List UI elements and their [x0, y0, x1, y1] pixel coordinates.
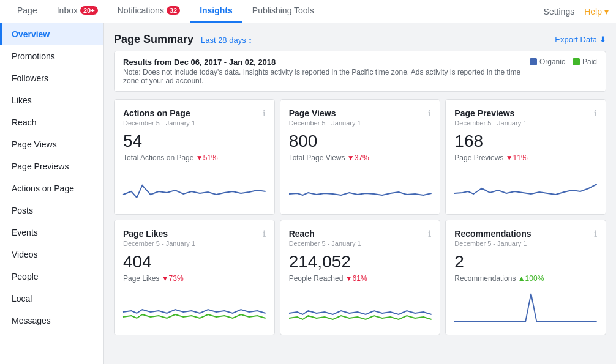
sidebar-item-page-previews[interactable]: Page Previews [0, 155, 103, 177]
card-header-page-previews: Page Previews ℹ [454, 108, 597, 118]
sidebar-label-likes: Likes [12, 95, 32, 105]
chart-page-views [289, 167, 432, 204]
date-chevron-icon: ↕ [248, 35, 252, 45]
help-link[interactable]: Help ▾ [584, 7, 609, 17]
card-value-actions: 54 [123, 132, 266, 151]
sidebar-item-local[interactable]: Local [0, 288, 103, 310]
tab-inbox-label: Inbox [57, 6, 78, 15]
info-icon-page-views[interactable]: ℹ [428, 108, 431, 118]
tab-insights-label: Insights [200, 6, 233, 15]
sidebar-label-messages: Messages [12, 316, 51, 325]
card-date-recommendations: December 5 - January 1 [454, 240, 597, 247]
info-icon-recommendations[interactable]: ℹ [594, 229, 597, 239]
chart-page-likes [123, 288, 266, 324]
sidebar-item-promotions[interactable]: Promotions [0, 45, 103, 67]
card-recommendations: Recommendations ℹ December 5 - January 1… [445, 220, 606, 335]
content-area: Page Summary Last 28 days ↕ Export Data … [104, 23, 616, 364]
organic-label: Organic [539, 58, 565, 66]
card-value-recommendations: 2 [454, 252, 597, 272]
sidebar-label-local: Local [12, 294, 32, 303]
sidebar-item-page-views[interactable]: Page Views [0, 133, 103, 155]
stat-label-actions: Total Actions on Page [123, 154, 193, 162]
nav-right: Settings Help ▾ [544, 7, 609, 17]
sidebar-label-people: People [12, 272, 39, 281]
card-header-actions: Actions on Page ℹ [123, 108, 266, 118]
trend-recommendations: ▲100% [518, 274, 544, 283]
page-summary-title-area: Page Summary Last 28 days ↕ [114, 33, 252, 46]
sidebar-item-posts[interactable]: Posts [0, 199, 103, 221]
info-icon-page-likes[interactable]: ℹ [263, 229, 266, 239]
card-header-page-views: Page Views ℹ [289, 108, 432, 118]
card-title-page-previews: Page Previews [454, 108, 514, 118]
sidebar-item-likes[interactable]: Likes [0, 89, 103, 111]
export-data-button[interactable]: Export Data ⬇ [555, 35, 606, 44]
sidebar-item-people[interactable]: People [0, 266, 103, 288]
sidebar-label-overview: Overview [12, 29, 50, 39]
card-actions-on-page: Actions on Page ℹ December 5 - January 1… [114, 99, 275, 215]
sidebar-item-events[interactable]: Events [0, 221, 103, 243]
tab-notifications[interactable]: Notifications 32 [108, 0, 190, 23]
chart-page-previews [454, 167, 597, 204]
settings-link[interactable]: Settings [544, 7, 575, 17]
stat-label-page-likes: Page Likes [123, 274, 159, 283]
tab-notifications-label: Notifications [118, 6, 164, 15]
tab-publishing-tools[interactable]: Publishing Tools [242, 0, 324, 23]
card-date-page-likes: December 5 - January 1 [123, 240, 266, 247]
paid-label: Paid [582, 58, 597, 66]
tab-insights[interactable]: Insights [190, 0, 242, 23]
sidebar-item-actions-on-page[interactable]: Actions on Page [0, 177, 103, 199]
trend-page-likes: ▼73% [162, 274, 184, 283]
card-stat-page-views: Total Page Views ▼37% [289, 154, 432, 162]
trend-reach: ▼61% [345, 274, 367, 283]
help-chevron-icon: ▾ [604, 7, 609, 17]
card-value-page-likes: 404 [123, 252, 266, 272]
sidebar-item-messages[interactable]: Messages [0, 310, 103, 332]
card-stat-page-likes: Page Likes ▼73% [123, 274, 266, 283]
info-icon-page-previews[interactable]: ℹ [594, 108, 597, 118]
sidebar-label-page-previews: Page Previews [12, 162, 69, 171]
organic-dot [530, 58, 537, 65]
tab-inbox[interactable]: Inbox 20+ [47, 0, 108, 23]
tab-publishing-tools-label: Publishing Tools [252, 6, 314, 15]
info-icon-actions[interactable]: ℹ [263, 108, 266, 118]
card-value-page-views: 800 [289, 132, 432, 151]
sidebar-label-posts: Posts [12, 206, 33, 215]
card-stat-reach: People Reached ▼61% [289, 274, 432, 283]
card-page-views: Page Views ℹ December 5 - January 1 800 … [280, 99, 441, 215]
card-title-actions: Actions on Page [123, 108, 190, 118]
card-date-page-previews: December 5 - January 1 [454, 119, 597, 127]
sidebar-item-reach[interactable]: Reach [0, 111, 103, 133]
nav-tabs-left: Page Inbox 20+ Notifications 32 Insights… [7, 0, 544, 23]
legend-organic: Organic [530, 58, 565, 66]
sidebar-label-page-views: Page Views [12, 139, 57, 149]
card-reach: Reach ℹ December 5 - January 1 214,052 P… [280, 220, 441, 335]
sidebar-item-overview[interactable]: Overview [0, 23, 103, 45]
card-title-reach: Reach [289, 229, 315, 239]
card-value-page-previews: 168 [454, 132, 597, 151]
card-page-previews: Page Previews ℹ December 5 - January 1 1… [445, 99, 606, 215]
tab-page[interactable]: Page [7, 0, 47, 23]
stat-label-reach: People Reached [289, 274, 344, 283]
info-date-range: Results from Dec 06, 2017 - Jan 02, 2018 [123, 58, 530, 67]
sidebar-label-promotions: Promotions [12, 51, 55, 61]
sidebar-item-videos[interactable]: Videos [0, 243, 103, 266]
card-header-page-likes: Page Likes ℹ [123, 229, 266, 239]
info-icon-reach[interactable]: ℹ [428, 229, 431, 239]
sidebar-item-followers[interactable]: Followers [0, 67, 103, 89]
cards-grid: Actions on Page ℹ December 5 - January 1… [114, 99, 606, 335]
card-header-recommendations: Recommendations ℹ [454, 229, 597, 239]
card-stat-actions: Total Actions on Page ▼51% [123, 154, 266, 162]
trend-page-views: ▼37% [347, 154, 369, 162]
info-note: Note: Does not include today's data. Ins… [123, 68, 530, 85]
notifications-badge: 32 [167, 6, 180, 15]
card-title-page-likes: Page Likes [123, 229, 168, 239]
chart-legend: Organic Paid [530, 58, 597, 66]
chart-recommendations [454, 288, 597, 324]
page-summary-header: Page Summary Last 28 days ↕ Export Data … [114, 33, 606, 46]
sidebar-label-videos: Videos [12, 250, 38, 259]
card-header-reach: Reach ℹ [289, 229, 432, 239]
inbox-badge: 20+ [80, 6, 98, 15]
info-box: Results from Dec 06, 2017 - Jan 02, 2018… [114, 51, 606, 92]
download-icon: ⬇ [599, 35, 606, 44]
date-range-selector[interactable]: Last 28 days ↕ [201, 35, 252, 45]
